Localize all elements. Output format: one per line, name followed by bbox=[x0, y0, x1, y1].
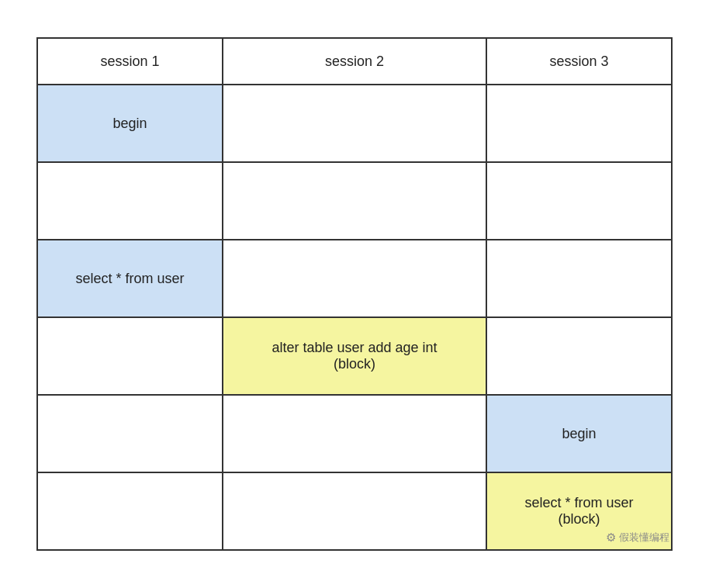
cell-r5-c0 bbox=[37, 472, 223, 550]
cell-r1-c1 bbox=[223, 162, 486, 240]
table-row-4: begin bbox=[37, 395, 672, 472]
header-session3: session 3 bbox=[486, 38, 672, 85]
cell-r1-c2 bbox=[486, 162, 672, 240]
watermark: ⚙ 假装懂编程 bbox=[606, 531, 669, 545]
cell-r2-c1 bbox=[223, 240, 486, 317]
header-session1: session 1 bbox=[37, 38, 223, 85]
cell-r5-c1 bbox=[223, 472, 486, 550]
cell-r4-c1 bbox=[223, 395, 486, 472]
session-table: session 1 session 2 session 3 beginselec… bbox=[36, 37, 673, 551]
watermark-text: 假装懂编程 bbox=[619, 531, 669, 545]
cell-r0-c0: begin bbox=[37, 85, 223, 162]
cell-r4-c0 bbox=[37, 395, 223, 472]
cell-r1-c0 bbox=[37, 162, 223, 240]
cell-r0-c2 bbox=[486, 85, 672, 162]
cell-r3-c0 bbox=[37, 317, 223, 395]
cell-r0-c1 bbox=[223, 85, 486, 162]
table-row-5: select * from user(block) bbox=[37, 472, 672, 550]
watermark-icon: ⚙ bbox=[606, 531, 616, 545]
table-row-3: alter table user add age int(block) bbox=[37, 317, 672, 395]
table-row-1 bbox=[37, 162, 672, 240]
cell-r3-c2 bbox=[486, 317, 672, 395]
cell-r4-c2: begin bbox=[486, 395, 672, 472]
cell-r2-c0: select * from user bbox=[37, 240, 223, 317]
cell-r2-c2 bbox=[486, 240, 672, 317]
header-session2: session 2 bbox=[223, 38, 486, 85]
main-container: session 1 session 2 session 3 beginselec… bbox=[21, 22, 688, 566]
cell-r3-c1: alter table user add age int(block) bbox=[223, 317, 486, 395]
table-row-0: begin bbox=[37, 85, 672, 162]
table-row-2: select * from user bbox=[37, 240, 672, 317]
header-row: session 1 session 2 session 3 bbox=[37, 38, 672, 85]
table-body: beginselect * from useralter table user … bbox=[37, 85, 672, 550]
